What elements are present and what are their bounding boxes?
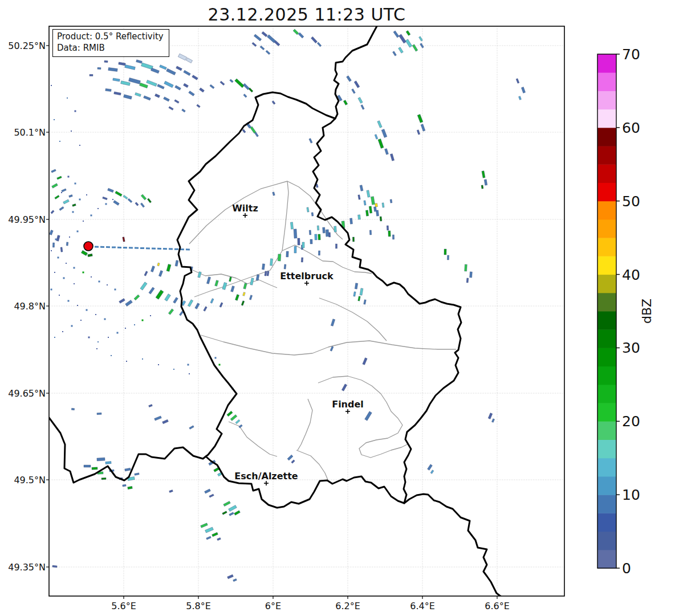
y-axis-tick-label: 49.95°N <box>0 214 46 225</box>
radar-weather-app: 23.12.2025 11:23 UTC Product: 0.5° Refle… <box>0 0 675 616</box>
product-info-box: Product: 0.5° Reflectivity Data: RMIB <box>52 29 169 57</box>
x-axis-tick-label: 6.4°E <box>410 601 435 611</box>
colorbar-tick-label: 40 <box>622 266 640 283</box>
colorbar-tick-label: 20 <box>622 413 640 430</box>
city-label: Wiltz <box>232 203 258 214</box>
colorbar-tick-label: 0 <box>622 560 631 577</box>
x-axis-tick-label: 5.8°E <box>186 601 211 611</box>
radar-map-canvas <box>0 0 675 616</box>
radar-site-marker <box>84 242 93 251</box>
x-axis-tick-label: 6.2°E <box>335 601 360 611</box>
colorbar-unit-label: dBZ <box>640 299 654 324</box>
city-label: Findel <box>332 399 364 410</box>
colorbar-tick-label: 30 <box>622 340 640 356</box>
y-axis-tick-label: 50.1°N <box>0 127 46 138</box>
y-axis-tick-label: 49.35°N <box>0 562 46 573</box>
colorbar-tick-label: 70 <box>622 46 640 63</box>
y-axis-tick-label: 50.25°N <box>0 40 46 51</box>
y-axis-tick-label: 49.65°N <box>0 388 46 399</box>
product-info-line2: Data: RMIB <box>57 43 164 54</box>
colorbar <box>597 54 620 569</box>
y-axis-tick-label: 49.8°N <box>0 301 46 312</box>
x-axis-tick-label: 6.6°E <box>485 601 510 611</box>
product-info-line1: Product: 0.5° Reflectivity <box>57 31 164 43</box>
city-label: Esch/Alzette <box>234 471 298 482</box>
colorbar-tick-label: 60 <box>622 119 640 136</box>
colorbar-tick-label: 50 <box>622 193 640 209</box>
plot-background <box>49 26 564 596</box>
city-label: Ettelbruck <box>280 271 333 282</box>
x-axis-tick-label: 5.6°E <box>111 601 136 611</box>
colorbar-tick-label: 10 <box>622 487 640 503</box>
y-axis-tick-label: 49.5°N <box>0 475 46 486</box>
x-axis-tick-label: 6°E <box>265 601 281 611</box>
